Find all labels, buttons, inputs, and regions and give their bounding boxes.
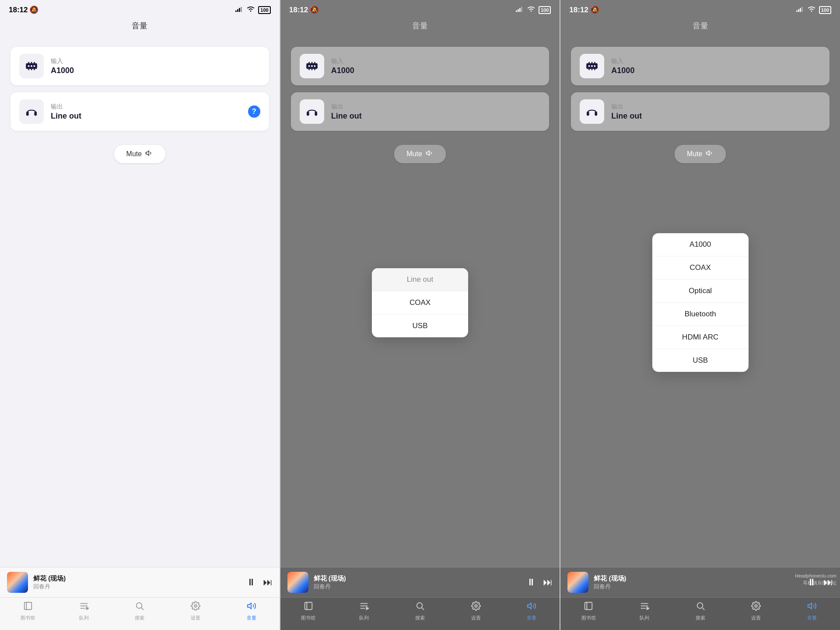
dropdown-item-1[interactable]: COAX	[652, 256, 749, 280]
mute-button[interactable]: Mute	[394, 145, 446, 163]
tab-item-4[interactable]: 音量	[784, 601, 840, 621]
phone-2: 18:12 🔕	[280, 0, 560, 630]
tab-label-2: 搜索	[135, 615, 144, 621]
svg-rect-41	[307, 112, 309, 116]
dropdown-item-5[interactable]: USB	[652, 349, 749, 372]
svg-rect-1	[237, 9, 238, 12]
next-button[interactable]: ⏭	[263, 577, 273, 588]
dropdown-item-4[interactable]: HDMI ARC	[652, 326, 749, 349]
tab-item-3[interactable]: 设置	[728, 601, 784, 621]
tab-item-2[interactable]: 搜索	[392, 601, 448, 621]
dropdown-item-0[interactable]: A1000	[652, 233, 749, 256]
time: 18:12	[569, 6, 588, 14]
pause-button[interactable]: ⏸	[246, 577, 256, 588]
svg-marker-22	[86, 607, 89, 610]
dropdown-menu[interactable]: A1000COAXOpticalBluetoothHDMI ARCUSB	[652, 233, 749, 372]
track-title: 鲜花 (现场)	[33, 574, 241, 583]
dropdown-item-2[interactable]: USB	[372, 315, 468, 337]
tab-item-4[interactable]: 音量	[504, 601, 560, 621]
svg-rect-9	[31, 62, 32, 64]
svg-point-5	[28, 65, 30, 67]
dropdown-item-0[interactable]: Line out	[372, 268, 468, 291]
tab-item-1[interactable]: 队列	[56, 601, 112, 621]
pause-button[interactable]: ⏸	[526, 577, 536, 588]
svg-line-24	[141, 608, 144, 610]
mute-button[interactable]: Mute	[675, 145, 726, 163]
input-card[interactable]: 输入 A1000	[291, 47, 550, 85]
svg-rect-39	[311, 68, 312, 70]
input-label: 输入	[51, 57, 74, 65]
output-card[interactable]: 输出 Line out ?	[10, 92, 269, 131]
tab-item-3[interactable]: 设置	[168, 601, 224, 621]
tab-item-0[interactable]: 图书馆	[280, 601, 336, 621]
track-info: 鲜花 (现场) 回春丹	[594, 574, 802, 591]
dropdown-item-3[interactable]: Bluetooth	[652, 303, 749, 326]
mute-label: Mute	[126, 150, 142, 158]
tab-label-1: 队列	[359, 615, 369, 621]
svg-point-23	[136, 603, 142, 609]
tab-item-4[interactable]: 音量	[224, 601, 280, 621]
next-button[interactable]: ⏭	[543, 577, 553, 588]
status-right: 100	[235, 6, 270, 14]
svg-rect-65	[589, 68, 590, 70]
svg-rect-36	[311, 62, 312, 64]
tab-item-2[interactable]: 搜索	[672, 601, 728, 621]
output-label: 输出	[51, 103, 81, 111]
svg-rect-2	[239, 8, 240, 12]
help-button[interactable]: ?	[248, 105, 260, 118]
svg-rect-68	[587, 112, 589, 116]
input-card[interactable]: 输入 A1000	[10, 47, 269, 85]
output-card[interactable]: 输出 Line out	[571, 92, 830, 131]
tab-label-1: 队列	[640, 615, 649, 621]
tab-label-4: 音量	[527, 615, 536, 621]
status-left: 18:12 🔕	[289, 5, 319, 14]
tab-icon-0	[23, 601, 33, 613]
tab-label-4: 音量	[807, 615, 817, 621]
page-title: 音量	[280, 17, 560, 38]
input-info: 输入 A1000	[331, 57, 354, 75]
tab-item-2[interactable]: 搜索	[112, 601, 168, 621]
svg-rect-66	[592, 68, 592, 70]
svg-rect-3	[241, 7, 242, 12]
svg-point-6	[31, 65, 32, 67]
track-info: 鲜花 (现场) 回春丹	[314, 574, 522, 591]
page-title: 音量	[560, 17, 840, 38]
dropdown-menu[interactable]: Line outCOAXUSB	[372, 268, 468, 337]
svg-rect-69	[595, 112, 598, 116]
svg-rect-56	[800, 8, 801, 12]
tab-item-1[interactable]: 队列	[616, 601, 672, 621]
tab-item-3[interactable]: 设置	[448, 601, 504, 621]
output-value: Line out	[51, 112, 81, 121]
input-card[interactable]: 输入 A1000	[571, 47, 830, 85]
dropdown-item-2[interactable]: Optical	[652, 280, 749, 303]
signal-icon	[235, 6, 243, 14]
dropdown-item-1[interactable]: COAX	[372, 291, 468, 315]
svg-marker-80	[808, 603, 812, 609]
svg-line-51	[422, 608, 424, 610]
svg-rect-63	[592, 62, 592, 64]
phone-3: 18:12 🔕	[560, 0, 840, 630]
status-right: 100	[796, 6, 831, 14]
status-bar: 18:12 🔕	[280, 0, 560, 17]
svg-rect-12	[31, 68, 32, 70]
mute-icon-btn	[426, 149, 434, 159]
svg-point-7	[33, 65, 35, 67]
tab-item-0[interactable]: 图书馆	[560, 601, 616, 621]
mute-icon: 🔕	[590, 5, 599, 14]
tab-item-0[interactable]: 图书馆	[0, 601, 56, 621]
svg-rect-55	[798, 9, 799, 12]
track-artist: 回春丹	[33, 583, 241, 591]
tab-bar: 图书馆 队列 搜索 设置 音量	[0, 597, 280, 630]
mute-icon-btn	[145, 149, 153, 159]
svg-rect-37	[314, 62, 315, 64]
tab-icon-3	[471, 601, 481, 613]
output-card[interactable]: 输出 Line out	[291, 92, 550, 131]
tab-item-1[interactable]: 队列	[336, 601, 392, 621]
svg-rect-11	[28, 68, 29, 70]
svg-rect-64	[595, 62, 595, 64]
input-value: A1000	[331, 66, 354, 75]
wifi-icon	[526, 6, 536, 14]
mute-button[interactable]: Mute	[114, 145, 166, 163]
status-right: 100	[516, 6, 551, 14]
phone-1: 18:12 🔕	[0, 0, 280, 630]
